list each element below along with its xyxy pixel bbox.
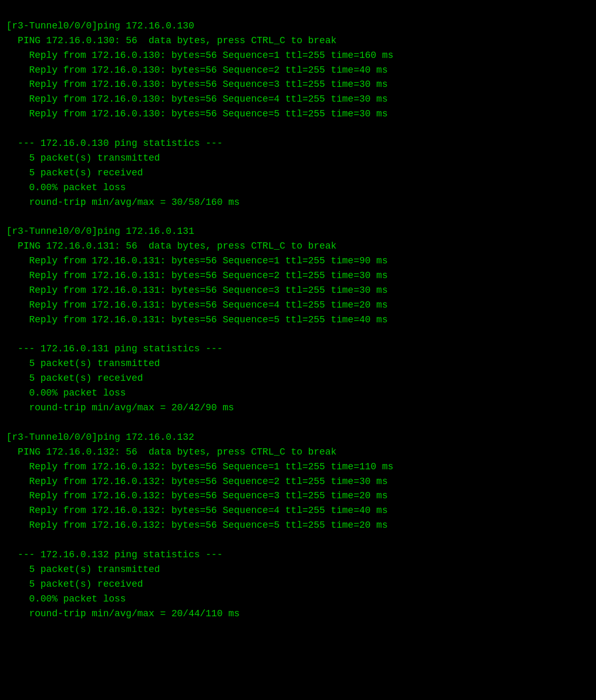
reply-ping-132-2: Reply from 172.16.0.132: bytes=56 Sequen… (6, 475, 590, 489)
prompt-ping-130: [r3-Tunnel0/0/0]ping 172.16.0.130 (6, 19, 590, 34)
reply-ping-130-2: Reply from 172.16.0.130: bytes=56 Sequen… (6, 63, 590, 78)
reply-ping-132-4: Reply from 172.16.0.132: bytes=56 Sequen… (6, 504, 590, 518)
terminal-output: [r3-Tunnel0/0/0]ping 172.16.0.130 PING 1… (6, 4, 590, 636)
stat-ping-131-2: 5 packet(s) received (6, 371, 590, 386)
stat-ping-130-1: 5 packet(s) transmitted (6, 151, 590, 166)
stat-ping-130-3: 0.00% packet loss (6, 181, 590, 195)
blank-line (6, 210, 590, 224)
reply-ping-131-1: Reply from 172.16.0.131: bytes=56 Sequen… (6, 254, 590, 269)
blank-line (6, 328, 590, 342)
reply-ping-131-3: Reply from 172.16.0.131: bytes=56 Sequen… (6, 283, 590, 298)
reply-ping-130-3: Reply from 172.16.0.130: bytes=56 Sequen… (6, 77, 590, 92)
blank-line (6, 533, 590, 548)
reply-ping-131-5: Reply from 172.16.0.131: bytes=56 Sequen… (6, 313, 590, 328)
blank-line (6, 621, 590, 636)
stats-header-ping-130: --- 172.16.0.130 ping statistics --- (6, 136, 590, 151)
stat-ping-131-1: 5 packet(s) transmitted (6, 357, 590, 371)
prompt-ping-132: [r3-Tunnel0/0/0]ping 172.16.0.132 (6, 430, 590, 445)
ping-header-ping-131: PING 172.16.0.131: 56 data bytes, press … (6, 239, 590, 254)
reply-ping-131-4: Reply from 172.16.0.131: bytes=56 Sequen… (6, 298, 590, 313)
stats-header-ping-132: --- 172.16.0.132 ping statistics --- (6, 548, 590, 563)
ping-header-ping-132: PING 172.16.0.132: 56 data bytes, press … (6, 445, 590, 460)
stat-ping-131-3: 0.00% packet loss (6, 386, 590, 401)
stat-ping-130-4: round-trip min/avg/max = 30/58/160 ms (6, 195, 590, 210)
stat-ping-132-3: 0.00% packet loss (6, 592, 590, 607)
reply-ping-130-4: Reply from 172.16.0.130: bytes=56 Sequen… (6, 92, 590, 107)
stat-ping-132-2: 5 packet(s) received (6, 577, 590, 592)
blank-line (6, 416, 590, 430)
stat-ping-130-2: 5 packet(s) received (6, 166, 590, 181)
stat-ping-132-1: 5 packet(s) transmitted (6, 563, 590, 577)
prompt-ping-131: [r3-Tunnel0/0/0]ping 172.16.0.131 (6, 224, 590, 239)
stat-ping-131-4: round-trip min/avg/max = 20/42/90 ms (6, 401, 590, 416)
reply-ping-130-1: Reply from 172.16.0.130: bytes=56 Sequen… (6, 48, 590, 63)
reply-ping-130-5: Reply from 172.16.0.130: bytes=56 Sequen… (6, 107, 590, 122)
reply-ping-132-3: Reply from 172.16.0.132: bytes=56 Sequen… (6, 489, 590, 504)
reply-ping-131-2: Reply from 172.16.0.131: bytes=56 Sequen… (6, 269, 590, 283)
stats-header-ping-131: --- 172.16.0.131 ping statistics --- (6, 342, 590, 357)
reply-ping-132-1: Reply from 172.16.0.132: bytes=56 Sequen… (6, 460, 590, 475)
reply-ping-132-5: Reply from 172.16.0.132: bytes=56 Sequen… (6, 518, 590, 533)
stat-ping-132-4: round-trip min/avg/max = 20/44/110 ms (6, 607, 590, 622)
ping-header-ping-130: PING 172.16.0.130: 56 data bytes, press … (6, 34, 590, 48)
blank-line (6, 122, 590, 136)
